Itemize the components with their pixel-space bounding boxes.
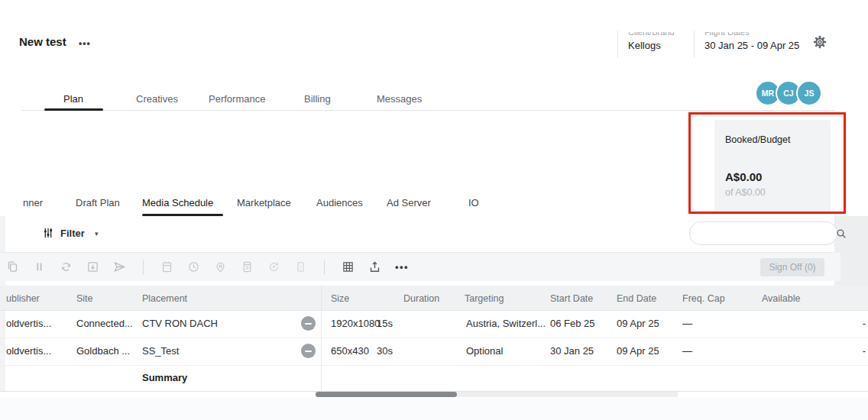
filter-button[interactable]: Filter [60, 228, 85, 239]
subtab-media-schedule[interactable]: Media Schedule [142, 197, 213, 208]
subtab-planner-clipped[interactable]: nner [23, 197, 43, 208]
cell-site: Connected... [76, 318, 133, 329]
cell-targeting: Austria, Switzerl... [466, 318, 546, 329]
ticket-icon[interactable] [294, 260, 307, 273]
col-targeting[interactable]: Targeting [465, 293, 504, 304]
footer-band [0, 398, 868, 420]
tab-plan[interactable]: Plan [63, 93, 83, 105]
cell-targeting: Optional [466, 345, 503, 357]
cell-start-date: 06 Feb 25 [550, 318, 595, 329]
toolbar-divider [143, 260, 144, 275]
send-icon[interactable] [113, 260, 126, 273]
clock-icon[interactable] [187, 260, 200, 273]
tabbar-border [21, 110, 834, 111]
avatar-group: MR CJ JS [760, 80, 822, 106]
tab-creatives[interactable]: Creatives [136, 93, 178, 105]
copy-icon[interactable] [6, 260, 19, 273]
flight-dates-label: Flight Dates [704, 27, 750, 37]
client-brand-value: Kellogs [628, 40, 661, 51]
gear-icon[interactable] [811, 34, 828, 50]
subtab-ad-server[interactable]: Ad Server [387, 197, 431, 208]
cell-placement: SS_Test [142, 345, 179, 357]
cell-available: - [840, 345, 866, 357]
header-divider [617, 31, 618, 58]
row-divider [0, 338, 868, 338]
table-header: ublisher Site Placement Size Duration Ta… [0, 286, 868, 311]
title-more-menu[interactable]: ••• [79, 38, 91, 49]
col-size[interactable]: Size [331, 293, 349, 304]
budget-booked-value: A$0.00 [725, 170, 762, 183]
schedule-toolbar: ••• [0, 253, 840, 281]
flight-dates-value: 30 Jan 25 - 09 Apr 25 [704, 40, 799, 51]
media-plan-page: New test ••• Client/Brand Kellogs Flight… [0, 0, 868, 420]
col-available[interactable]: Available [762, 293, 801, 304]
subtab-audiences[interactable]: Audiences [316, 197, 363, 208]
row-divider [0, 310, 868, 311]
cell-size: 650x430 [331, 345, 369, 357]
cell-publisher: oldvertis... [6, 318, 51, 329]
rotate-x-icon[interactable] [267, 260, 280, 273]
cell-publisher: oldvertis... [6, 345, 51, 357]
cell-end-date: 09 Apr 25 [617, 345, 659, 357]
col-freq-cap[interactable]: Freq. Cap [682, 293, 725, 304]
budget-total-value: of A$0.00 [725, 187, 766, 198]
toolbar-divider [324, 260, 325, 275]
col-duration[interactable]: Duration [403, 293, 439, 304]
cell-placement: CTV RON DACH [142, 318, 218, 329]
location-pin-icon[interactable] [214, 260, 227, 273]
cell-duration: 30s [377, 345, 393, 357]
cell-duration: 15s [377, 318, 393, 329]
export-icon[interactable] [368, 260, 381, 273]
search-icon[interactable] [835, 228, 847, 240]
notepad-icon[interactable] [241, 260, 254, 273]
page-title: New test [19, 35, 66, 48]
cell-available: - [840, 318, 866, 329]
col-placement[interactable]: Placement [142, 293, 187, 304]
sync-icon[interactable] [60, 260, 73, 273]
row-divider [0, 365, 868, 366]
cell-end-date: 09 Apr 25 [617, 318, 659, 329]
header-divider [694, 31, 695, 58]
col-end-date[interactable]: End Date [617, 293, 656, 304]
col-start-date[interactable]: Start Date [550, 293, 593, 304]
client-brand-label: Client/Brand [628, 27, 675, 37]
cell-site: Goldbach ... [76, 345, 130, 357]
tune-sliders-icon [42, 227, 54, 239]
search-box[interactable] [689, 221, 837, 245]
pause-icon[interactable] [33, 260, 46, 273]
cell-start-date: 30 Jan 25 [550, 345, 594, 357]
tab-billing[interactable]: Billing [304, 93, 331, 105]
subtab-io[interactable]: IO [468, 197, 479, 208]
sign-off-button[interactable]: Sign Off (0) [760, 258, 824, 276]
import-icon[interactable] [86, 260, 99, 273]
tab-messages[interactable]: Messages [377, 93, 422, 105]
avatar[interactable]: JS [796, 80, 822, 106]
table-column-divider [321, 286, 322, 391]
subtab-draft-plan[interactable]: Draft Plan [76, 197, 120, 208]
budget-card: Booked/Budget A$0.00 of A$0.00 [714, 120, 831, 212]
cell-freq-cap: — [682, 345, 692, 357]
cell-size: 1920x1080 [331, 318, 380, 329]
grid-icon[interactable] [342, 260, 355, 273]
subtab-marketplace[interactable]: Marketplace [237, 197, 291, 208]
tab-performance[interactable]: Performance [209, 93, 265, 105]
col-site[interactable]: Site [76, 293, 93, 304]
budget-card-label: Booked/Budget [725, 134, 791, 145]
more-options-icon[interactable]: ••• [395, 261, 409, 273]
search-input[interactable] [698, 227, 835, 240]
minus-circle-icon[interactable] [301, 316, 316, 331]
horizontal-scrollbar-thumb[interactable] [316, 392, 457, 397]
active-tab-underline [44, 108, 103, 111]
minus-circle-icon[interactable] [301, 344, 316, 358]
summary-row-label: Summary [142, 372, 187, 383]
chevron-down-icon[interactable]: ▾ [95, 230, 99, 237]
cell-freq-cap: — [682, 318, 692, 329]
col-publisher[interactable]: ublisher [6, 293, 40, 304]
board-icon[interactable] [160, 260, 173, 273]
active-subtab-underline [142, 214, 223, 216]
